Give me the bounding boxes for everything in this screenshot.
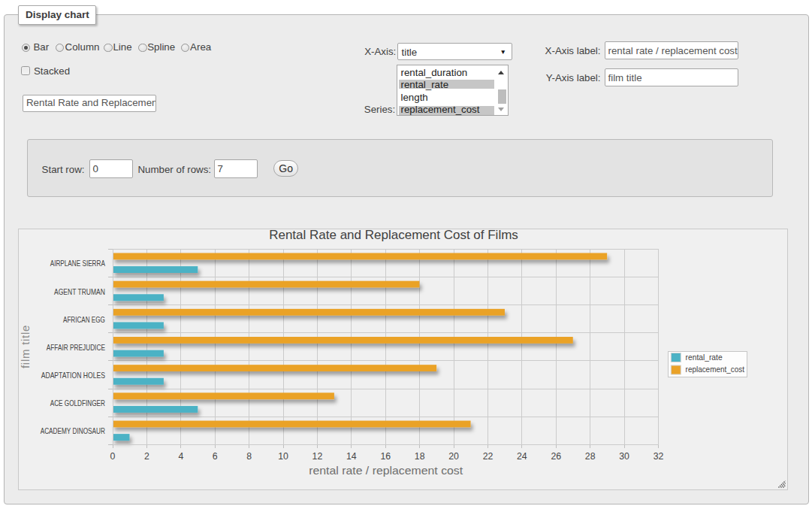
svg-text:film title: film title <box>19 326 32 369</box>
svg-text:24: 24 <box>517 451 527 462</box>
svg-text:AIRPLANE SIERRA: AIRPLANE SIERRA <box>50 259 105 268</box>
svg-text:8: 8 <box>246 451 252 462</box>
svg-text:rental_rate: rental_rate <box>686 353 723 362</box>
svg-text:12: 12 <box>312 451 323 462</box>
svg-text:ACE GOLDFINGER: ACE GOLDFINGER <box>50 399 105 407</box>
svg-text:replacement_cost: replacement_cost <box>686 365 744 374</box>
svg-text:18: 18 <box>415 451 425 462</box>
svg-text:rental rate / replacement cost: rental rate / replacement cost <box>309 464 463 477</box>
svg-text:14: 14 <box>346 451 357 462</box>
svg-text:ADAPTATION HOLES: ADAPTATION HOLES <box>41 371 105 380</box>
svg-text:28: 28 <box>585 451 596 462</box>
svg-text:16: 16 <box>380 451 391 462</box>
svg-text:10: 10 <box>278 451 288 462</box>
svg-text:20: 20 <box>448 451 459 462</box>
svg-text:Rental Rate and Replacement Co: Rental Rate and Replacement Cost of Film… <box>269 229 518 242</box>
svg-text:AFFAIR PREJUDICE: AFFAIR PREJUDICE <box>47 344 105 352</box>
svg-text:26: 26 <box>551 451 561 462</box>
svg-text:0: 0 <box>110 451 116 462</box>
svg-text:30: 30 <box>619 451 629 462</box>
svg-text:6: 6 <box>213 451 218 462</box>
svg-text:2: 2 <box>144 451 149 462</box>
svg-text:AGENT TRUMAN: AGENT TRUMAN <box>54 288 105 296</box>
svg-text:4: 4 <box>178 451 183 462</box>
svg-text:ACADEMY DINOSAUR: ACADEMY DINOSAUR <box>41 427 105 435</box>
svg-text:AFRICAN EGG: AFRICAN EGG <box>63 316 105 324</box>
svg-text:32: 32 <box>654 451 664 462</box>
svg-text:22: 22 <box>483 451 494 462</box>
